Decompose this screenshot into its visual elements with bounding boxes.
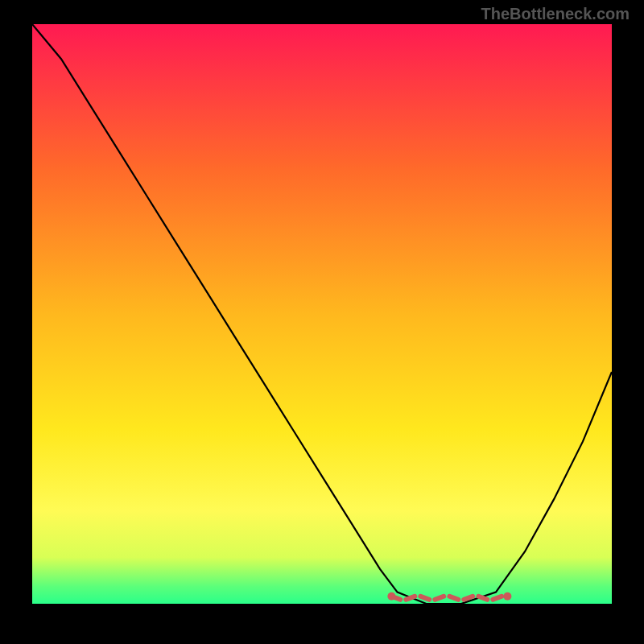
chart-area [32,24,612,604]
highlight-segment [478,597,487,600]
watermark-text: TheBottleneck.com [481,5,630,23]
gradient-background [32,24,612,604]
chart-svg [32,24,612,604]
highlight-segment [449,597,458,600]
highlight-dot [503,592,511,601]
highlight-segment [464,597,473,600]
highlight-segment [435,597,444,600]
highlight-segment [420,597,429,600]
highlight-segment [493,597,502,600]
highlight-segment [406,597,415,600]
highlight-dot [387,592,395,601]
